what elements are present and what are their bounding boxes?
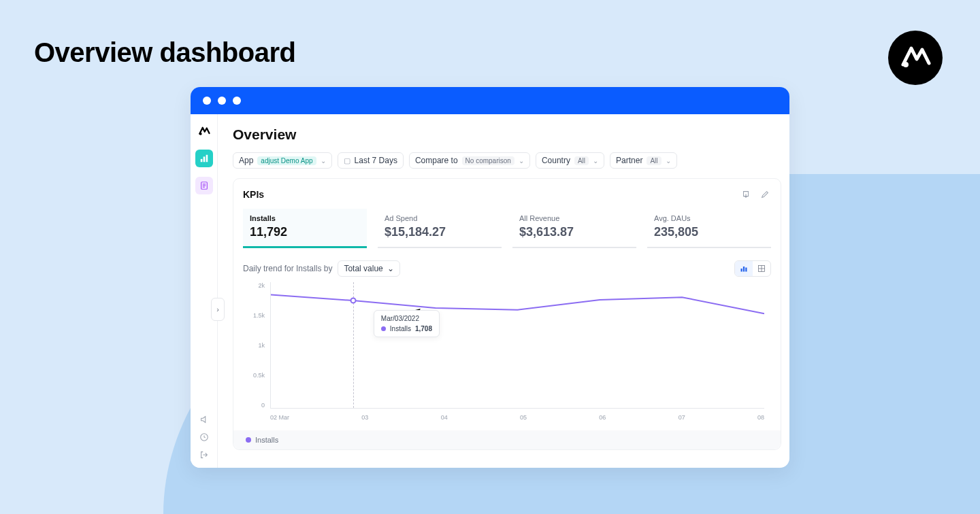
export-icon[interactable] <box>740 188 752 201</box>
tooltip-value: 1,708 <box>415 325 432 332</box>
page-heading: Overview dashboard <box>34 37 295 68</box>
adjust-logo-icon <box>899 41 932 74</box>
kpi-row: Installs 11,792 Ad Spend $15,184.27 All … <box>243 209 771 248</box>
plot-area[interactable]: ➤Mar/03/2022Installs1,708 <box>270 282 764 409</box>
filter-app[interactable]: App adjust Demo App ⌄ <box>233 152 332 169</box>
x-tick: 05 <box>520 414 527 421</box>
legend-label: Installs <box>255 436 278 444</box>
x-tick: 06 <box>599 414 606 421</box>
filter-country[interactable]: Country All ⌄ <box>536 152 604 169</box>
filter-compare[interactable]: Compare to No comparison ⌄ <box>409 152 530 169</box>
kpi-section-title: KPIs <box>243 189 264 200</box>
kpi-avg-daus[interactable]: Avg. DAUs 235,805 <box>647 209 771 248</box>
y-tick: 0.5k <box>247 372 265 379</box>
history-icon[interactable] <box>198 431 210 443</box>
y-tick: 2k <box>247 282 265 289</box>
kpi-all-revenue[interactable]: All Revenue $3,613.87 <box>512 209 636 248</box>
filter-compare-value: No comparison <box>462 156 514 165</box>
filter-app-label: App <box>239 156 253 165</box>
tooltip-date: Mar/03/2022 <box>381 315 432 322</box>
kpi-installs[interactable]: Installs 11,792 <box>243 209 367 248</box>
x-tick: 07 <box>679 414 685 421</box>
page-title: Overview <box>233 126 789 143</box>
brand-logo <box>888 31 943 85</box>
window-titlebar <box>191 87 789 114</box>
window-control-zoom[interactable] <box>233 97 241 105</box>
sidebar-item-reports[interactable] <box>195 177 213 194</box>
kpi-label: Installs <box>250 214 360 222</box>
view-toggle <box>734 260 771 277</box>
filter-country-label: Country <box>542 156 570 165</box>
svg-rect-11 <box>743 267 745 272</box>
y-tick: 0 <box>247 402 265 409</box>
chart-legend: Installs <box>233 430 781 449</box>
main-content: Overview App adjust Demo App ⌄ ▢ Last 7 … <box>218 114 789 468</box>
calendar-icon: ▢ <box>344 156 350 165</box>
view-table-button[interactable] <box>753 261 770 276</box>
chevron-down-icon: ⌄ <box>387 264 394 273</box>
sidebar-logo-icon[interactable] <box>195 122 213 140</box>
filter-country-value: All <box>574 156 589 165</box>
svg-rect-4 <box>206 155 208 162</box>
logout-icon[interactable] <box>198 449 210 461</box>
trend-chart: 2k 1.5k 1k 0.5k 0 ➤Mar/03/2022Installs1,… <box>247 282 771 425</box>
chart-tooltip: Mar/03/2022Installs1,708 <box>374 310 440 337</box>
kpi-card: KPIs Installs 11,792 Ad Spend $15,184.27 <box>233 178 781 450</box>
svg-rect-10 <box>741 269 742 272</box>
chevron-down-icon: ⌄ <box>593 157 598 165</box>
view-chart-button[interactable] <box>735 261 753 276</box>
app-window: › Overview App adjust Demo App ⌄ ▢ Last … <box>191 87 789 468</box>
legend-swatch <box>246 437 251 443</box>
trend-select[interactable]: Total value ⌄ <box>338 260 399 277</box>
chevron-down-icon: ⌄ <box>666 157 671 165</box>
trend-controls: Daily trend for Installs by Total value … <box>243 260 771 277</box>
sidebar-item-analytics[interactable] <box>195 150 213 167</box>
y-axis: 2k 1.5k 1k 0.5k 0 <box>247 282 265 409</box>
window-control-minimize[interactable] <box>218 97 226 105</box>
sound-icon[interactable] <box>198 413 210 426</box>
kpi-value: 11,792 <box>250 225 360 239</box>
kpi-label: Avg. DAUs <box>654 214 764 222</box>
sidebar-bottom <box>198 413 210 461</box>
chevron-down-icon: ⌄ <box>321 157 326 165</box>
filter-partner-label: Partner <box>616 156 642 165</box>
x-tick: 03 <box>361 414 368 421</box>
card-actions <box>740 188 771 201</box>
tooltip-swatch <box>381 326 386 331</box>
filter-bar: App adjust Demo App ⌄ ▢ Last 7 Days Comp… <box>233 152 789 169</box>
filter-date-label: Last 7 Days <box>355 156 397 165</box>
chevron-right-icon: › <box>216 305 219 313</box>
x-axis: 02 Mar 03 04 05 06 07 08 <box>270 414 764 421</box>
svg-rect-2 <box>200 159 202 162</box>
sidebar <box>191 114 218 468</box>
filter-partner[interactable]: Partner All ⌄ <box>610 152 676 169</box>
edit-icon[interactable] <box>759 188 771 201</box>
app-body: › Overview App adjust Demo App ⌄ ▢ Last … <box>191 114 789 468</box>
svg-point-0 <box>903 62 909 67</box>
filter-partner-value: All <box>647 156 661 165</box>
filter-compare-label: Compare to <box>415 156 458 165</box>
kpi-ad-spend[interactable]: Ad Spend $15,184.27 <box>378 209 502 248</box>
trend-select-value: Total value <box>344 264 382 273</box>
sidebar-expand-handle[interactable]: › <box>211 298 225 321</box>
svg-point-1 <box>199 133 201 135</box>
kpi-value: $15,184.27 <box>385 225 495 239</box>
filter-app-value: adjust Demo App <box>257 156 316 165</box>
x-tick: 08 <box>757 414 764 421</box>
x-tick: 02 Mar <box>270 414 289 421</box>
svg-rect-12 <box>745 268 747 272</box>
y-tick: 1.5k <box>247 312 265 319</box>
svg-rect-3 <box>203 156 205 162</box>
tooltip-series: Installs <box>390 325 411 332</box>
x-tick: 04 <box>441 414 448 421</box>
kpi-value: 235,805 <box>654 225 764 239</box>
filter-date[interactable]: ▢ Last 7 Days <box>338 152 404 169</box>
kpi-label: Ad Spend <box>385 214 495 222</box>
trend-label: Daily trend for Installs by <box>243 264 332 273</box>
y-tick: 1k <box>247 342 265 349</box>
window-control-close[interactable] <box>203 97 211 105</box>
chevron-down-icon: ⌄ <box>519 157 524 165</box>
trend-label-wrap: Daily trend for Installs by Total value … <box>243 260 400 277</box>
kpi-value: $3,613.87 <box>519 225 630 239</box>
kpi-label: All Revenue <box>519 214 630 222</box>
